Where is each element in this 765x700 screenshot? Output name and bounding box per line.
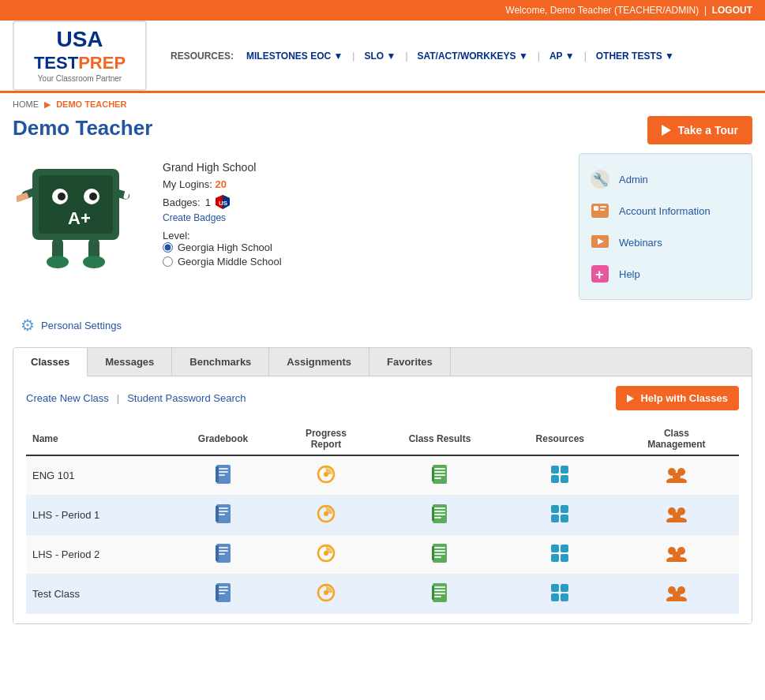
help-play-icon xyxy=(627,395,634,402)
personal-settings-link[interactable]: Personal Settings xyxy=(41,320,122,331)
resources-cell[interactable] xyxy=(506,496,614,535)
progress-cell[interactable] xyxy=(279,455,373,496)
gradebook-cell[interactable] xyxy=(167,496,278,535)
svg-rect-90 xyxy=(551,554,559,562)
class-management-icon[interactable] xyxy=(666,552,688,564)
class-results-icon[interactable] xyxy=(431,554,448,566)
personal-settings-row: ⚙ Personal Settings xyxy=(13,316,752,335)
class-management-icon[interactable] xyxy=(666,474,688,485)
quick-link-help[interactable]: + Help xyxy=(589,258,742,290)
level-middle-label: Georgia Middle School xyxy=(178,256,282,268)
svg-rect-110 xyxy=(432,586,434,600)
quick-link-admin[interactable]: 🔧 Admin xyxy=(589,163,742,195)
resources-icon[interactable] xyxy=(550,514,569,526)
level-high-radio[interactable] xyxy=(163,242,173,253)
svg-point-80 xyxy=(324,551,328,556)
svg-rect-41 xyxy=(432,467,434,481)
progress-icon[interactable] xyxy=(317,514,336,526)
nav-other[interactable]: OTHER TESTS ▼ xyxy=(591,47,679,65)
class-results-icon[interactable] xyxy=(431,515,448,526)
progress-cell[interactable] xyxy=(279,575,373,614)
create-new-class-link[interactable]: Create New Class xyxy=(26,392,109,404)
svg-rect-63 xyxy=(434,517,441,518)
results-cell[interactable] xyxy=(373,455,506,496)
management-cell[interactable] xyxy=(614,535,739,575)
breadcrumb-home[interactable]: HOME xyxy=(13,99,39,109)
management-cell[interactable] xyxy=(614,455,739,496)
badge-shield-icon: US xyxy=(216,195,230,209)
student-password-search-link[interactable]: Student Password Search xyxy=(127,392,246,404)
class-results-icon[interactable] xyxy=(431,593,448,605)
tabs-header: Classes Messages Benchmarks Assignments … xyxy=(13,348,752,376)
class-name: LHS - Period 1 xyxy=(26,496,167,535)
gradebook-icon[interactable] xyxy=(215,515,232,526)
tab-benchmarks[interactable]: Benchmarks xyxy=(172,348,269,376)
level-middle-radio[interactable] xyxy=(163,256,173,267)
resources-icon[interactable] xyxy=(550,593,569,605)
create-badges-link[interactable]: Create Badges xyxy=(163,212,555,223)
svg-point-34 xyxy=(324,472,328,477)
svg-rect-62 xyxy=(434,514,445,515)
gradebook-cell[interactable] xyxy=(167,455,278,496)
svg-rect-60 xyxy=(434,507,445,509)
svg-rect-65 xyxy=(551,505,559,513)
class-management-icon[interactable] xyxy=(666,592,688,604)
gear-icon: ⚙ xyxy=(21,316,35,335)
svg-rect-85 xyxy=(434,553,445,555)
breadcrumb: HOME ▶ DEMO TEACHER xyxy=(0,93,765,116)
resources-icon[interactable] xyxy=(550,474,569,486)
quick-link-webinars[interactable]: Webinars xyxy=(589,226,742,258)
quick-link-account[interactable]: Account Information xyxy=(589,195,742,226)
help-link[interactable]: Help xyxy=(619,268,640,280)
results-cell[interactable] xyxy=(373,535,506,575)
admin-link[interactable]: Admin xyxy=(619,174,648,185)
tabs-section: Classes Messages Benchmarks Assignments … xyxy=(13,347,752,624)
gradebook-icon[interactable] xyxy=(215,554,232,566)
management-cell[interactable] xyxy=(614,575,739,614)
resources-cell[interactable] xyxy=(506,455,614,496)
webinars-link[interactable]: Webinars xyxy=(619,237,662,249)
tab-classes[interactable]: Classes xyxy=(13,348,88,376)
class-actions: Create New Class | Student Password Sear… xyxy=(26,386,739,410)
account-link[interactable]: Account Information xyxy=(619,205,711,217)
progress-cell[interactable] xyxy=(279,535,373,575)
gradebook-icon[interactable] xyxy=(215,475,232,487)
nav-milestones[interactable]: MILESTONES EOC ▼ xyxy=(242,47,347,65)
class-management-icon[interactable] xyxy=(666,513,688,525)
gradebook-icon[interactable] xyxy=(215,593,232,605)
nav-sat[interactable]: SAT/ACT/WORKKEYS ▼ xyxy=(413,47,533,65)
class-results-icon[interactable] xyxy=(431,475,448,487)
svg-rect-42 xyxy=(551,466,559,474)
help-classes-button[interactable]: Help with Classes xyxy=(616,386,739,410)
svg-text:+: + xyxy=(595,267,604,283)
svg-rect-39 xyxy=(434,474,445,476)
profile-section: A+ Grand High School My Logins: xyxy=(13,153,752,300)
svg-rect-114 xyxy=(561,593,568,601)
nav-slo[interactable]: SLO ▼ xyxy=(359,47,400,65)
page-content: Demo Teacher Take a Tour A+ xyxy=(0,116,765,640)
resources-cell[interactable] xyxy=(506,575,614,614)
tab-messages[interactable]: Messages xyxy=(88,348,172,376)
gradebook-cell[interactable] xyxy=(167,535,278,575)
resources-icon[interactable] xyxy=(550,553,569,565)
progress-icon[interactable] xyxy=(317,553,336,565)
svg-rect-66 xyxy=(561,505,568,513)
progress-icon[interactable] xyxy=(317,593,336,605)
gradebook-cell[interactable] xyxy=(167,575,278,614)
management-cell[interactable] xyxy=(614,496,739,535)
tab-assignments[interactable]: Assignments xyxy=(269,348,369,376)
quick-links-box: 🔧 Admin Account Information xyxy=(579,153,752,300)
nav-ap[interactable]: AP ▼ xyxy=(545,47,579,65)
svg-rect-44 xyxy=(551,475,559,483)
results-cell[interactable] xyxy=(373,575,506,614)
tab-favorites[interactable]: Favorites xyxy=(369,348,451,376)
svg-rect-89 xyxy=(561,545,568,552)
resources-cell[interactable] xyxy=(506,535,614,575)
logout-link[interactable]: LOGOUT xyxy=(712,5,752,16)
webinars-icon xyxy=(589,231,611,253)
svg-rect-55 xyxy=(216,506,219,522)
results-cell[interactable] xyxy=(373,496,506,535)
progress-cell[interactable] xyxy=(279,496,373,535)
progress-icon[interactable] xyxy=(317,474,336,486)
take-tour-button[interactable]: Take a Tour xyxy=(647,116,752,144)
